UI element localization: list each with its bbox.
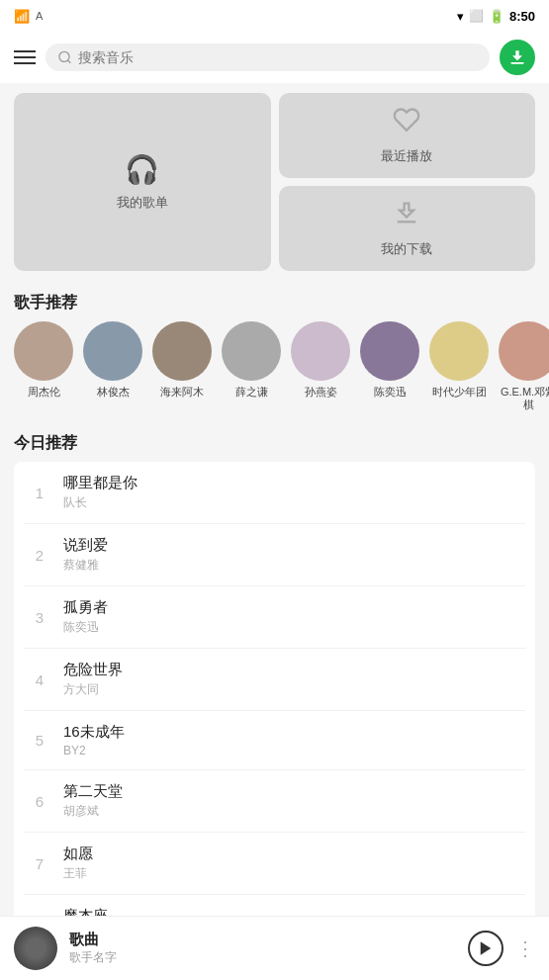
artist-name: 林俊杰 [97,386,130,399]
list-num: 4 [28,671,51,688]
artist-name: 薛之谦 [235,386,268,399]
play-icon [477,939,495,957]
avatar [222,321,281,381]
list-num: 1 [28,485,51,501]
play-button[interactable] [468,931,503,966]
list-title: 如愿 [63,845,521,863]
list-num: 3 [28,609,51,626]
wifi-icon: ▾ [457,9,464,24]
list-info: 第二天堂 胡彦斌 [63,782,521,820]
list-item[interactable]: 5 16未成年 BY2 [24,711,525,770]
player-artist: 歌手名字 [69,949,456,966]
artist-section: 歌手推荐 周杰伦 林俊杰 海来阿木 薛之谦 孙燕姿 陈奕迅 时代少年团 [0,281,549,421]
my-playlist-card[interactable]: 🎧 我的歌单 [14,93,271,271]
time-display: 8:50 [509,9,535,24]
artists-scroll[interactable]: 周杰伦 林俊杰 海来阿木 薛之谦 孙燕姿 陈奕迅 时代少年团 G.E.M.邓紫 [0,321,549,421]
player-title: 歌曲 [69,931,456,949]
recent-play-label: 最近播放 [381,147,432,165]
player-disc [14,927,57,970]
list-artist: 陈奕迅 [63,619,521,636]
artist-section-title: 歌手推荐 [0,281,549,321]
svg-marker-4 [481,941,492,955]
list-artist: 方大同 [63,681,521,698]
artist-name: 孙燕姿 [305,386,337,399]
list-title: 16未成年 [63,723,521,742]
avatar [429,321,489,381]
signal-icon: ⬜ [469,9,484,23]
my-download-label: 我的下载 [381,240,432,258]
artist-name: 时代少年团 [432,386,487,399]
list-title: 第二天堂 [63,782,521,801]
list-title: 危险世界 [63,661,521,679]
top-nav [0,32,549,83]
avatar [360,321,419,381]
list-num: 2 [28,547,51,564]
today-list: 1 哪里都是你 队长 2 说到爱 蔡健雅 3 孤勇者 陈奕迅 4 危险世界 [14,462,535,980]
download-icon [507,47,527,67]
list-artist: 胡彦斌 [63,803,521,820]
artist-item[interactable]: 薛之谦 [222,321,281,411]
recent-play-card[interactable]: 最近播放 [279,93,536,178]
svg-rect-2 [510,62,523,64]
more-button[interactable]: ⋮ [515,936,535,960]
list-title: 哪里都是你 [63,474,521,492]
artist-item[interactable]: 周杰伦 [14,321,73,411]
my-download-card[interactable]: 我的下载 [279,186,536,271]
artist-name: G.E.M.邓紫棋 [499,386,549,411]
sim2-icon: A [36,10,43,22]
search-input[interactable] [78,49,478,65]
status-bar: 📶 A ▾ ⬜ 🔋 8:50 [0,0,549,32]
list-num: 5 [28,732,51,749]
list-item[interactable]: 7 如愿 王菲 [24,833,525,895]
list-artist: 王菲 [63,865,521,882]
avatar [499,321,549,381]
download-card-icon [393,199,420,226]
list-info: 如愿 王菲 [63,845,521,882]
list-num: 7 [28,855,51,872]
svg-point-0 [59,51,69,61]
player-info: 歌曲 歌手名字 [69,931,456,966]
list-item[interactable]: 4 危险世界 方大同 [24,649,525,711]
list-info: 说到爱 蔡健雅 [63,536,521,574]
list-item[interactable]: 6 第二天堂 胡彦斌 [24,770,525,833]
artist-item[interactable]: 孙燕姿 [291,321,350,411]
artist-item[interactable]: 林俊杰 [83,321,142,411]
list-item[interactable]: 2 说到爱 蔡健雅 [24,524,525,586]
list-info: 16未成年 BY2 [63,723,521,757]
list-item[interactable]: 1 哪里都是你 队长 [24,462,525,524]
artist-name: 海来阿木 [160,386,204,399]
artist-item[interactable]: G.E.M.邓紫棋 [499,321,549,411]
artist-item[interactable]: 陈奕迅 [360,321,419,411]
artist-name: 周杰伦 [28,386,60,399]
list-artist: BY2 [63,744,521,757]
list-info: 孤勇者 陈奕迅 [63,598,521,636]
search-bar[interactable] [46,44,490,71]
list-info: 哪里都是你 队长 [63,474,521,511]
my-playlist-label: 我的歌单 [117,194,168,212]
status-left: 📶 A [14,9,43,24]
grid-section: 🎧 我的歌单 最近播放 我的下载 [0,83,549,281]
avatar [14,321,73,381]
today-section-title: 今日推荐 [0,421,549,462]
menu-button[interactable] [14,50,36,64]
artist-name: 陈奕迅 [374,386,407,399]
bottom-player[interactable]: 歌曲 歌手名字 ⋮ [0,916,549,980]
avatar [291,321,350,381]
artist-item[interactable]: 海来阿木 [152,321,212,411]
artist-item[interactable]: 时代少年团 [429,321,489,411]
list-item[interactable]: 3 孤勇者 陈奕迅 [24,586,525,649]
sim-icon: 📶 [14,9,30,24]
download-button[interactable] [500,40,535,75]
list-num: 6 [28,793,51,810]
list-artist: 队长 [63,494,521,511]
list-info: 危险世界 方大同 [63,661,521,698]
svg-line-1 [68,60,71,63]
player-thumbnail [14,927,57,970]
search-icon [57,49,72,65]
battery-status: 🔋 [489,9,504,24]
avatar [83,321,142,381]
avatar [152,321,212,381]
heart-icon [393,106,420,134]
status-right: ▾ ⬜ 🔋 8:50 [457,9,535,24]
headphone-icon: 🎧 [125,153,159,186]
